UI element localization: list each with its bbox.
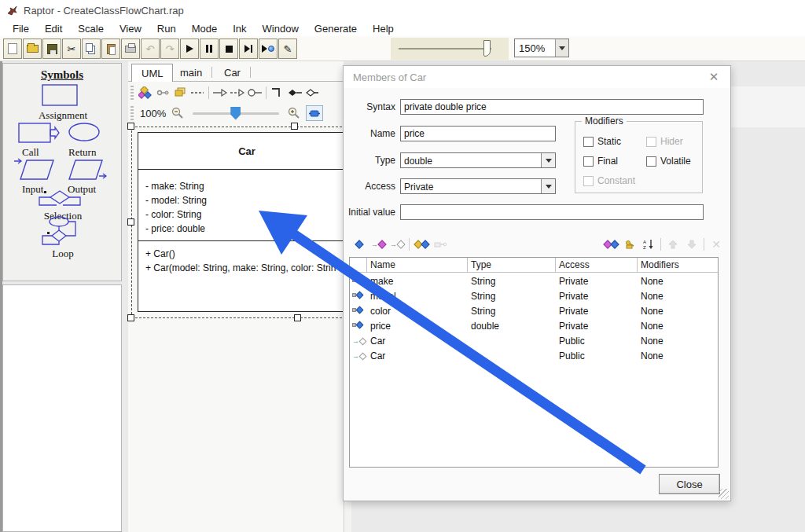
selection-symbol[interactable] [38,189,82,208]
constructor-icon [396,240,405,248]
access-combobox[interactable]: Private [400,178,556,194]
menu-generate[interactable]: Generate [307,21,365,36]
new-button[interactable] [3,39,22,59]
menu-help[interactable]: Help [365,21,402,36]
selection-handle-top-left[interactable] [127,123,134,130]
canvas-zoom-slider[interactable] [193,112,279,115]
redo-button[interactable]: ↷ [160,39,179,59]
resize-grip[interactable] [719,489,729,499]
table-row[interactable]: model String Private None [350,289,718,304]
composition-button[interactable] [286,85,303,101]
sort-button[interactable]: A Z [639,237,658,252]
menu-edit[interactable]: Edit [37,21,70,36]
background-band [731,86,805,127]
scale-slider-track[interactable] [399,48,491,50]
name-column-header[interactable]: Name [367,258,468,273]
selection-handle-left-middle[interactable] [127,218,134,226]
save-button[interactable] [42,39,61,59]
toolbar-grip[interactable] [130,86,134,100]
menu-view[interactable]: View [112,21,149,36]
add-method-button[interactable]: → [369,237,388,252]
tab-main[interactable]: main [171,64,211,82]
association-button[interactable] [211,85,229,101]
dialog-header[interactable]: Members of Car ✕ [344,66,730,88]
menu-mode[interactable]: Mode [184,21,226,36]
icon-column-header[interactable] [350,258,367,273]
type-combobox-dropdown[interactable] [541,153,555,167]
static-checkbox[interactable]: Static [583,136,621,147]
type-column-header[interactable]: Type [468,258,556,273]
uml-class-box[interactable]: Car - make: String - model: String - col… [138,132,356,312]
zoom-in-button[interactable] [285,105,303,121]
run-to-breakpoint-button[interactable] [259,39,278,59]
selection-handle-bottom-left[interactable] [127,314,134,321]
show-members-button[interactable] [601,237,620,252]
zoom-select[interactable]: 150% [514,39,569,57]
undo-button[interactable]: ↶ [141,39,160,59]
pause-button[interactable] [200,39,219,59]
input-symbol[interactable] [13,156,55,182]
selection-handle-bottom-middle[interactable] [294,314,301,321]
new-class-button[interactable] [137,85,154,101]
copy-button[interactable] [82,39,101,59]
menu-file[interactable]: File [5,21,37,36]
checkbox-icon[interactable] [646,156,656,167]
close-button[interactable]: Close [659,474,720,494]
open-button[interactable] [23,39,42,59]
aggregation-button[interactable] [303,85,321,101]
type-combobox[interactable]: double [400,152,556,168]
final-checkbox[interactable]: Final [583,156,618,167]
ink-pen-button[interactable]: ✎ [278,39,297,59]
circle-line-icon [247,88,263,97]
fit-to-window-button[interactable] [306,105,323,121]
zoom-select-dropdown-button[interactable] [555,39,568,57]
volatile-checkbox[interactable]: Volatile [646,156,691,167]
dialog-close-button[interactable]: ✕ [705,70,722,84]
menu-ink[interactable]: Ink [225,21,254,36]
menu-window[interactable]: Window [255,21,307,36]
name-input[interactable] [400,126,556,141]
table-row[interactable]: → Car Public None [350,349,718,364]
syntax-input[interactable] [400,99,704,115]
table-row[interactable]: price double Private None [350,319,718,334]
return-symbol[interactable] [68,122,101,142]
paste-button[interactable] [101,39,120,59]
zoom-out-button[interactable] [169,105,186,121]
table-row[interactable]: make String Private None [350,274,718,289]
assignment-symbol[interactable] [41,83,79,107]
add-constructor-button[interactable]: → [388,237,406,252]
menu-scale[interactable]: Scale [70,21,112,36]
call-symbol[interactable] [17,121,60,145]
output-symbol[interactable] [66,156,108,182]
step-button[interactable] [239,39,258,59]
dashes-button[interactable] [189,85,206,101]
access-column-header[interactable]: Access [556,258,638,273]
tab-uml[interactable]: UML [131,64,173,83]
toolbar-grip[interactable] [130,106,134,120]
visibility-button[interactable] [620,237,639,252]
cascade-button[interactable] [171,85,189,101]
loop-symbol[interactable] [39,216,79,246]
scale-slider-thumb[interactable] [483,40,491,57]
interface-button[interactable] [246,85,263,101]
print-button[interactable] [121,39,140,59]
table-row[interactable]: → Car Public None [350,334,718,349]
stop-button[interactable] [219,39,238,59]
checkbox-icon[interactable] [583,156,594,167]
tab-car[interactable]: Car [215,64,250,82]
link-button[interactable] [154,85,171,101]
canvas-zoom-slider-thumb[interactable] [230,107,241,120]
edit-class-button[interactable] [412,237,431,252]
initial-value-input[interactable] [400,204,704,220]
dependency-button[interactable] [229,85,246,101]
menu-run[interactable]: Run [149,21,184,36]
access-combobox-dropdown[interactable] [541,179,555,193]
modifiers-column-header[interactable]: Modifiers [638,258,719,273]
table-row[interactable]: color String Private None [350,304,718,319]
play-button[interactable] [180,39,199,59]
add-field-button[interactable] [350,237,369,252]
checkbox-icon[interactable] [583,137,594,147]
selection-handle-top-middle[interactable] [291,123,298,130]
cut-button[interactable]: ✂ [62,39,81,59]
connector-corner-button[interactable] [269,85,286,101]
